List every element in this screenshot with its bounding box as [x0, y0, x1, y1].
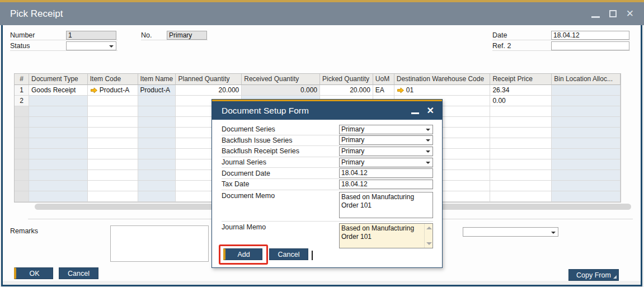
- document-memo-textarea[interactable]: Based on Manufacturing Order 101: [339, 192, 433, 218]
- table-cell[interactable]: [88, 159, 138, 170]
- date-field[interactable]: 18.04.12: [551, 31, 629, 40]
- table-cell[interactable]: [490, 191, 552, 202]
- modal-cancel-button[interactable]: Cancel: [269, 248, 308, 260]
- table-cell[interactable]: [138, 170, 176, 181]
- table-cell[interactable]: [29, 128, 88, 138]
- table-cell[interactable]: [138, 117, 176, 128]
- table-cell[interactable]: EA: [373, 85, 394, 96]
- table-cell[interactable]: 0.00: [490, 96, 552, 106]
- table-cell[interactable]: [490, 117, 552, 128]
- close-icon[interactable]: ✕: [427, 106, 434, 115]
- table-cell[interactable]: [138, 159, 176, 170]
- table-cell[interactable]: Goods Receipt: [29, 85, 88, 96]
- table-cell[interactable]: [138, 181, 176, 191]
- modal-select[interactable]: Primary: [339, 147, 433, 156]
- modal-select[interactable]: Primary: [339, 135, 433, 145]
- table-cell[interactable]: Product-A: [138, 85, 176, 96]
- table-cell[interactable]: [490, 159, 552, 170]
- table-cell[interactable]: 20.000: [320, 85, 373, 96]
- table-cell[interactable]: [552, 170, 621, 181]
- table-cell[interactable]: [490, 128, 552, 138]
- no-series-field[interactable]: Primary: [167, 31, 207, 40]
- modal-title: Document Setup Form: [222, 101, 309, 120]
- cell-text: 20.000: [219, 86, 239, 94]
- table-cell[interactable]: 01: [394, 85, 491, 96]
- table-cell[interactable]: 20.000: [176, 85, 242, 96]
- textarea-scrollbar[interactable]: [424, 224, 433, 248]
- table-cell[interactable]: 26.34: [490, 85, 552, 96]
- table-cell[interactable]: [29, 191, 88, 202]
- table-cell[interactable]: [29, 138, 88, 149]
- table-cell[interactable]: [138, 96, 176, 106]
- table-cell[interactable]: [490, 106, 552, 117]
- table-cell[interactable]: [552, 138, 621, 149]
- status-select[interactable]: [66, 41, 116, 50]
- ref2-field[interactable]: [551, 41, 629, 50]
- select-value: Primary: [341, 136, 364, 144]
- table-cell[interactable]: [88, 149, 138, 159]
- link-arrow-icon[interactable]: [397, 87, 405, 93]
- table-cell[interactable]: [29, 181, 88, 191]
- corner-triangle-icon: [613, 275, 617, 279]
- table-cell[interactable]: [552, 149, 621, 159]
- table-cell[interactable]: [490, 149, 552, 159]
- column-header: Received Quantity: [242, 74, 320, 85]
- copy-from-button[interactable]: Copy From: [568, 269, 619, 281]
- number-field[interactable]: 1: [66, 31, 116, 40]
- table-cell[interactable]: [29, 117, 88, 128]
- table-cell[interactable]: [552, 117, 621, 128]
- table-cell[interactable]: Product-A: [88, 85, 138, 96]
- table-cell[interactable]: 0.000: [242, 85, 320, 96]
- cell-text: 2: [20, 97, 23, 105]
- bottom-dropdown[interactable]: [463, 227, 558, 237]
- table-cell[interactable]: [138, 128, 176, 138]
- maximize-icon[interactable]: [609, 10, 617, 17]
- table-cell[interactable]: [88, 191, 138, 202]
- scroll-up-icon[interactable]: [426, 227, 432, 229]
- document-setup-form-dialog: Document Setup Form ✕ Document SeriesPri…: [211, 99, 443, 268]
- modal-select[interactable]: Primary: [339, 158, 433, 167]
- table-cell[interactable]: [490, 181, 552, 191]
- table-cell[interactable]: [88, 96, 138, 106]
- table-cell[interactable]: [138, 149, 176, 159]
- table-cell: [15, 106, 29, 117]
- modal-input[interactable]: 18.04.12: [339, 168, 433, 178]
- table-cell[interactable]: [29, 96, 88, 106]
- link-arrow-icon[interactable]: [90, 87, 98, 93]
- table-cell[interactable]: [88, 117, 138, 128]
- table-cell[interactable]: [552, 128, 621, 138]
- table-cell[interactable]: [138, 106, 176, 117]
- table-cell[interactable]: [88, 128, 138, 138]
- table-cell: [15, 191, 29, 202]
- minimize-icon[interactable]: [591, 16, 600, 18]
- close-icon[interactable]: ✕: [626, 9, 634, 18]
- table-cell[interactable]: [490, 170, 552, 181]
- minimize-icon[interactable]: [411, 112, 419, 114]
- table-cell[interactable]: [138, 191, 176, 202]
- table-cell[interactable]: [29, 170, 88, 181]
- table-cell[interactable]: [138, 138, 176, 149]
- table-cell[interactable]: [88, 106, 138, 117]
- ok-button[interactable]: OK: [14, 267, 53, 279]
- table-cell[interactable]: [552, 159, 621, 170]
- table-cell[interactable]: [88, 181, 138, 191]
- remarks-textarea[interactable]: [110, 225, 209, 262]
- journal-memo-textarea[interactable]: Based on Manufacturing Order 101: [339, 223, 433, 248]
- cancel-button[interactable]: Cancel: [59, 267, 98, 279]
- table-cell[interactable]: [552, 181, 621, 191]
- modal-controls: ✕: [411, 101, 434, 120]
- table-cell[interactable]: [88, 138, 138, 149]
- modal-input[interactable]: 18.04.12: [339, 180, 433, 189]
- table-cell[interactable]: [29, 149, 88, 159]
- table-cell[interactable]: [552, 191, 621, 202]
- table-cell[interactable]: [29, 106, 88, 117]
- scroll-down-icon[interactable]: [426, 242, 432, 245]
- table-cell[interactable]: [552, 96, 621, 106]
- chevron-down-icon: [109, 45, 114, 48]
- table-cell[interactable]: [552, 85, 621, 96]
- table-cell[interactable]: [29, 159, 88, 170]
- table-cell[interactable]: [552, 106, 621, 117]
- table-cell[interactable]: [490, 138, 552, 149]
- modal-select[interactable]: Primary: [339, 125, 433, 134]
- table-cell[interactable]: [88, 170, 138, 181]
